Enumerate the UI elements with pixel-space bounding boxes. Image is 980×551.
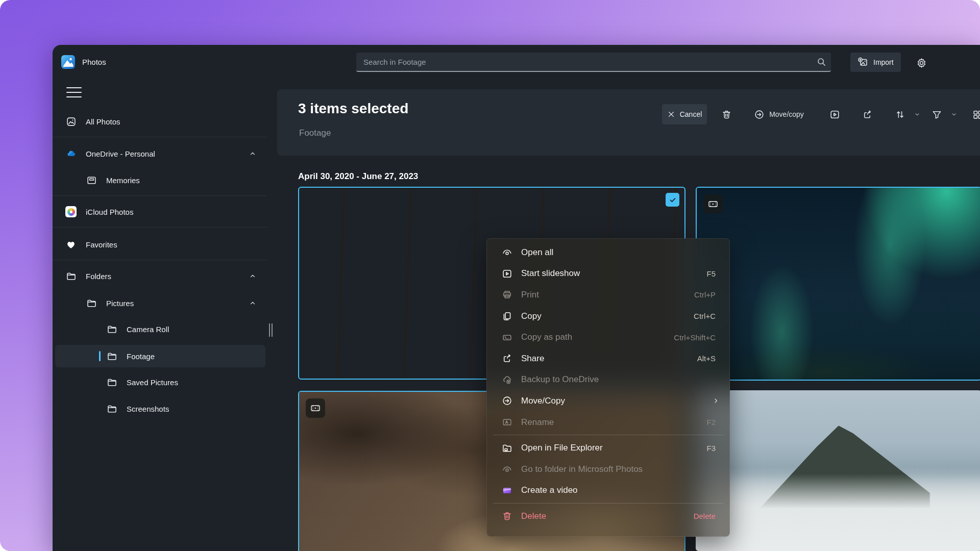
sort-button[interactable] bbox=[892, 104, 908, 124]
sidebar-item-label: Saved Pictures bbox=[127, 378, 178, 387]
menu-item-start-slideshow[interactable]: Start slideshow F5 bbox=[487, 263, 729, 285]
sidebar-item-all-photos[interactable]: All Photos bbox=[55, 110, 265, 133]
copy-path-icon bbox=[502, 332, 512, 343]
folder-icon bbox=[106, 403, 117, 414]
move-copy-label: Move/copy bbox=[769, 110, 804, 118]
delete-button[interactable] bbox=[716, 104, 737, 124]
sidebar-item-camera-roll[interactable]: Camera Roll bbox=[55, 318, 265, 340]
slideshow-button[interactable] bbox=[824, 104, 845, 124]
chevron-up-icon[interactable] bbox=[249, 150, 256, 157]
sidebar-item-icloud-photos[interactable]: iCloud Photos bbox=[55, 201, 265, 223]
photo-aurora-video[interactable] bbox=[696, 187, 980, 381]
sidebar-item-favorites[interactable]: Favorites bbox=[55, 233, 265, 256]
sidebar-item-pictures[interactable]: Pictures bbox=[55, 292, 265, 314]
icloud-photos-icon bbox=[65, 206, 77, 217]
sidebar-item-footage[interactable]: Footage bbox=[55, 345, 265, 367]
sidebar-item-label: Footage bbox=[127, 352, 155, 361]
open-eye-icon bbox=[502, 247, 512, 258]
menu-item-create-a-video[interactable]: Create a video bbox=[487, 480, 729, 502]
sidebar-divider bbox=[53, 227, 267, 228]
sidebar-item-label: Folders bbox=[86, 272, 111, 281]
sidebar-resize-handle[interactable] bbox=[269, 323, 273, 337]
all-photos-icon bbox=[65, 116, 77, 127]
search-icon[interactable] bbox=[812, 57, 831, 67]
photo-mountain-fog[interactable] bbox=[696, 390, 980, 551]
sidebar-item-screenshots[interactable]: Screenshots bbox=[55, 397, 265, 420]
chevron-up-icon[interactable] bbox=[249, 272, 256, 280]
menu-item-go-to-folder: Go to folder in Microsoft Photos bbox=[487, 459, 729, 480]
share-icon bbox=[502, 353, 512, 364]
folder-icon bbox=[86, 297, 97, 309]
app-title: Photos bbox=[82, 58, 106, 66]
cloud-backup-icon bbox=[502, 374, 512, 385]
sidebar-item-label: Memories bbox=[106, 176, 140, 185]
sidebar-item-memories[interactable]: Memories bbox=[55, 169, 265, 191]
import-button[interactable]: Import bbox=[850, 53, 901, 72]
menu-item-backup-to-onedrive: Backup to OneDrive bbox=[487, 369, 729, 391]
menu-item-share[interactable]: Share Alt+S bbox=[487, 348, 729, 369]
menu-hamburger-button[interactable] bbox=[64, 84, 84, 101]
menu-item-copy[interactable]: Copy Ctrl+C bbox=[487, 306, 729, 327]
selection-subtitle: Footage bbox=[299, 128, 331, 138]
cancel-button[interactable]: Cancel bbox=[662, 104, 707, 124]
onedrive-cloud-icon bbox=[65, 148, 77, 159]
printer-icon bbox=[502, 289, 512, 300]
sidebar-item-label: All Photos bbox=[86, 117, 120, 126]
context-menu: Open all Start slideshow F5 Print Ctrl+P… bbox=[486, 238, 730, 537]
layout-view-button[interactable] bbox=[967, 104, 980, 124]
menu-divider bbox=[493, 435, 723, 435]
menu-item-open-all[interactable]: Open all bbox=[487, 242, 729, 263]
selection-toolbar: Cancel Move/copy bbox=[662, 104, 980, 124]
copy-icon bbox=[502, 311, 512, 321]
photo-thumbnail bbox=[697, 188, 980, 380]
chevron-up-icon[interactable] bbox=[249, 299, 256, 307]
sidebar-item-saved-pictures[interactable]: Saved Pictures bbox=[55, 371, 265, 393]
folder-icon bbox=[106, 350, 117, 362]
search-box[interactable] bbox=[356, 53, 831, 72]
photos-app-window: Photos Import All Photos bbox=[53, 45, 980, 551]
search-input[interactable] bbox=[356, 58, 812, 66]
menu-item-delete[interactable]: Delete Delete bbox=[487, 506, 729, 527]
chevron-down-icon[interactable] bbox=[914, 111, 920, 117]
import-label: Import bbox=[873, 58, 894, 66]
date-range-header: April 30, 2020 - June 27, 2023 bbox=[298, 171, 418, 182]
selected-check-badge[interactable] bbox=[666, 193, 679, 207]
create-video-icon bbox=[502, 485, 512, 496]
filter-button[interactable] bbox=[928, 104, 945, 124]
sidebar-item-label: OneDrive - Personal bbox=[86, 149, 155, 158]
sidebar-item-label: Screenshots bbox=[127, 405, 169, 413]
rename-icon bbox=[502, 417, 512, 428]
slideshow-icon bbox=[502, 268, 512, 279]
cancel-label: Cancel bbox=[680, 110, 702, 118]
trash-icon bbox=[502, 511, 512, 521]
photos-app-logo-icon bbox=[61, 55, 75, 69]
menu-item-rename: Rename F2 bbox=[487, 412, 729, 433]
folder-icon bbox=[106, 323, 117, 335]
sidebar-item-label: Camera Roll bbox=[127, 325, 169, 334]
menu-item-open-in-file-explorer[interactable]: Open in File Explorer F3 bbox=[487, 437, 729, 459]
menu-item-move-copy[interactable]: Move/Copy bbox=[487, 390, 729, 412]
menu-item-print: Print Ctrl+P bbox=[487, 284, 729, 306]
sidebar-item-label: iCloud Photos bbox=[86, 208, 133, 216]
folder-icon bbox=[65, 270, 77, 282]
menu-divider bbox=[493, 503, 723, 504]
sort-group bbox=[890, 104, 922, 124]
sidebar-item-folders[interactable]: Folders bbox=[55, 265, 265, 287]
sidebar-divider bbox=[53, 260, 267, 260]
move-copy-button[interactable]: Move/copy bbox=[746, 104, 812, 124]
share-button[interactable] bbox=[857, 104, 877, 124]
menu-item-copy-as-path: Copy as path Ctrl+Shift+C bbox=[487, 327, 729, 348]
heart-icon bbox=[65, 239, 77, 250]
settings-gear-icon[interactable] bbox=[912, 54, 930, 72]
move-copy-icon bbox=[502, 395, 512, 406]
chevron-down-icon[interactable] bbox=[951, 111, 957, 117]
sidebar-item-onedrive[interactable]: OneDrive - Personal bbox=[55, 142, 265, 165]
sidebar-divider bbox=[53, 137, 267, 137]
close-icon bbox=[667, 110, 675, 118]
video-filmstrip-icon bbox=[703, 194, 723, 214]
folder-icon bbox=[106, 377, 117, 388]
video-filmstrip-icon bbox=[306, 398, 325, 418]
sidebar-divider bbox=[53, 195, 267, 196]
filter-group bbox=[926, 104, 959, 124]
sidebar-item-label: Pictures bbox=[106, 299, 134, 308]
